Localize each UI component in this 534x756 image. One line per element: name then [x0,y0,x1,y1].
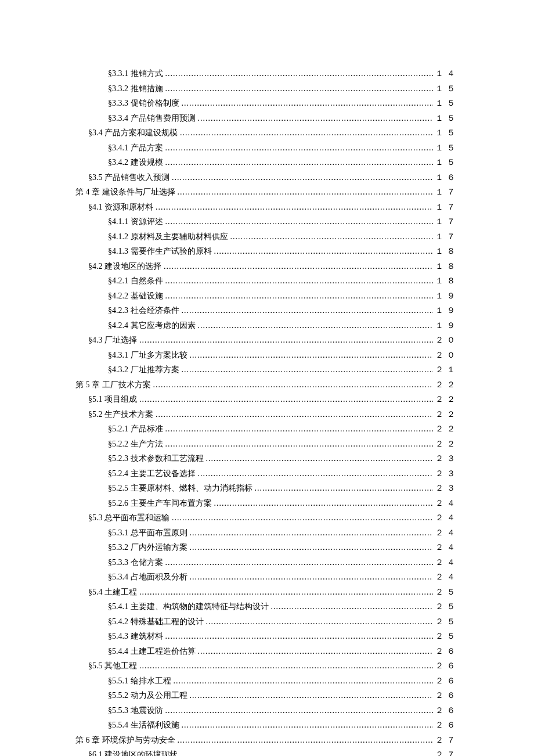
toc-entry[interactable]: §5.3.2 厂内外运输方案２４ [75,541,459,555]
toc-leader-dots [156,200,433,215]
toc-entry-label: §4.2.4 其它应考虑的因素 [108,319,196,333]
toc-entry-label: §5.5.4 生活福利设施 [108,718,179,733]
toc-leader-dots [190,348,434,363]
toc-entry[interactable]: §5.2.4 主要工艺设备选择２３ [75,467,459,481]
toc-entry[interactable]: §5.5.3 地震设防２６ [75,704,459,718]
toc-entry[interactable]: §4.1.2 原材料及主要辅助材料供应１７ [75,230,459,244]
toc-entry-page: ２４ [435,556,459,570]
toc-entry-page: １５ [435,156,459,170]
toc-entry[interactable]: §5.2.2 生产方法２２ [75,437,459,452]
toc-entry[interactable]: §4.1.1 资源评述１７ [75,215,459,229]
toc-entry[interactable]: §5.1 项目组成２２ [75,393,459,407]
toc-entry-page: ２２ [435,393,459,407]
toc-leader-dots [165,704,434,718]
toc-entry[interactable]: §5.3.4 占地面积及分析２４ [75,570,459,585]
toc-entry-label: §4.1 资源和原材料 [88,200,153,215]
toc-entry[interactable]: §4.2.1 自然条件１８ [75,274,459,289]
toc-entry[interactable]: §5.5.1 给排水工程２６ [75,674,459,689]
toc-entry[interactable]: §3.3.4 产品销售费用预测１５ [75,111,459,126]
toc-entry[interactable]: §5.4.1 主要建、构筑物的建筑特征与结构设计２５ [75,600,459,614]
toc-entry[interactable]: §5.5 其他工程２６ [75,659,459,674]
toc-entry[interactable]: §5.3.1 总平面布置原则２４ [75,526,459,541]
toc-entry-label: §5.2.6 主要生产车间布置方案 [108,496,212,511]
toc-entry-page: ２６ [435,659,459,674]
toc-entry[interactable]: §5.3 总平面布置和运输２４ [75,511,459,525]
toc-entry-page: ２３ [435,467,459,481]
toc-entry-page: １７ [435,230,459,244]
toc-entry[interactable]: §3.4 产品方案和建设规模１５ [75,126,459,141]
toc-entry[interactable]: §4.3.2 厂址推荐方案２１ [75,363,459,377]
toc-entry-page: １７ [435,200,459,215]
toc-leader-dots [271,600,434,614]
toc-leader-dots [165,437,434,452]
toc-entry-label: §4.1.3 需要作生产试验的原料 [108,244,212,259]
toc-leader-dots [180,748,433,756]
toc-entry-page: ２５ [435,615,459,629]
toc-entry[interactable]: §5.2.1 产品标准２２ [75,422,459,437]
toc-entry[interactable]: §5.5.2 动力及公用工程２６ [75,689,459,703]
toc-entry[interactable]: §5.4.2 特殊基础工程的设计２５ [75,615,459,629]
toc-entry[interactable]: §4.2.3 社会经济条件１９ [75,304,459,318]
toc-entry-label: §5.1 项目组成 [88,393,137,407]
toc-entry-page: ２２ [435,378,459,393]
toc-entry[interactable]: §5.2.5 主要原材料、燃料、动力消耗指标２３ [75,481,459,496]
toc-entry[interactable]: §4.2 建设地区的选择１８ [75,260,459,274]
toc-entry-label: §3.3.3 促销价格制度 [108,96,179,111]
toc-entry[interactable]: §5.2 生产技术方案２２ [75,408,459,422]
toc-leader-dots [156,408,433,422]
toc-entry[interactable]: §5.3.3 仓储方案２４ [75,556,459,570]
toc-entry[interactable]: §5.2.3 技术参数和工艺流程２３ [75,452,459,466]
toc-entry[interactable]: §4.3 厂址选择２０ [75,333,459,348]
toc-entry-label: §4.2.3 社会经济条件 [108,304,179,318]
toc-entry-page: １９ [435,304,459,318]
toc-entry-page: ２３ [435,481,459,496]
toc-leader-dots [180,126,433,141]
toc-entry-label: 第 5 章 工厂技术方案 [75,378,151,393]
toc-entry[interactable]: §5.2.6 主要生产车间布置方案２４ [75,496,459,511]
toc-entry-label: §5.4.1 主要建、构筑物的建筑特征与结构设计 [108,600,269,614]
toc-entry[interactable]: 第 5 章 工厂技术方案２２ [75,378,459,393]
toc-entry[interactable]: §3.3.2 推销措施１５ [75,82,459,96]
toc-entry-page: ２２ [435,422,459,437]
toc-entry[interactable]: §3.4.2 建设规模１５ [75,156,459,170]
toc-leader-dots [165,274,434,289]
toc-entry[interactable]: §4.1 资源和原材料１７ [75,200,459,215]
toc-leader-dots [165,289,434,304]
toc-entry[interactable]: §6.1 建设地区的环境现状２７ [75,748,459,756]
toc-entry[interactable]: §5.4.3 建筑材料２５ [75,629,459,644]
toc-entry-label: §4.3 厂址选择 [88,333,137,348]
toc-leader-dots [165,556,434,570]
toc-leader-dots [214,496,434,511]
toc-entry-label: §4.2.1 自然条件 [108,274,163,289]
toc-leader-dots [190,526,434,541]
toc-leader-dots [255,481,434,496]
toc-entry[interactable]: §4.2.4 其它应考虑的因素１９ [75,319,459,333]
toc-entry[interactable]: §3.4.1 产品方案１５ [75,141,459,156]
toc-entry-label: §5.3.4 占地面积及分析 [108,570,187,585]
toc-entry[interactable]: §4.1.3 需要作生产试验的原料１８ [75,244,459,259]
toc-entry-label: 第 6 章 环境保护与劳动安全 [75,733,175,748]
toc-entry[interactable]: §4.3.1 厂址多方案比较２０ [75,348,459,363]
toc-entry[interactable]: §3.5 产品销售收入预测１６ [75,171,459,185]
toc-entry-page: ２５ [435,629,459,644]
toc-entry[interactable]: §5.4.4 土建工程造价估算２６ [75,645,459,659]
toc-entry[interactable]: §3.3.1 推销方式１４ [75,67,459,81]
toc-leader-dots [139,393,433,407]
toc-entry-label: §5.2.4 主要工艺设备选择 [108,467,196,481]
toc-entry[interactable]: §4.2.2 基础设施１９ [75,289,459,304]
toc-leader-dots [190,570,434,585]
toc-entry[interactable]: 第 6 章 环境保护与劳动安全２７ [75,733,459,748]
toc-entry[interactable]: 第 4 章 建设条件与厂址选择１７ [75,185,459,200]
toc-entry[interactable]: §5.5.4 生活福利设施２６ [75,718,459,733]
toc-entry-label: §5.5.2 动力及公用工程 [108,689,187,703]
toc-leader-dots [165,82,434,96]
toc-entry-label: §3.3.4 产品销售费用预测 [108,111,196,126]
toc-entry-label: §5.2.2 生产方法 [108,437,163,452]
toc-entry-label: §4.3.1 厂址多方案比较 [108,348,187,363]
toc-entry[interactable]: §3.3.3 促销价格制度１５ [75,96,459,111]
toc-entry-page: ２７ [435,748,459,756]
toc-leader-dots [198,319,434,333]
toc-entry[interactable]: §5.4 土建工程２５ [75,585,459,600]
toc-entry-label: §5.5 其他工程 [88,659,137,674]
toc-entry-label: §3.4.1 产品方案 [108,141,163,156]
